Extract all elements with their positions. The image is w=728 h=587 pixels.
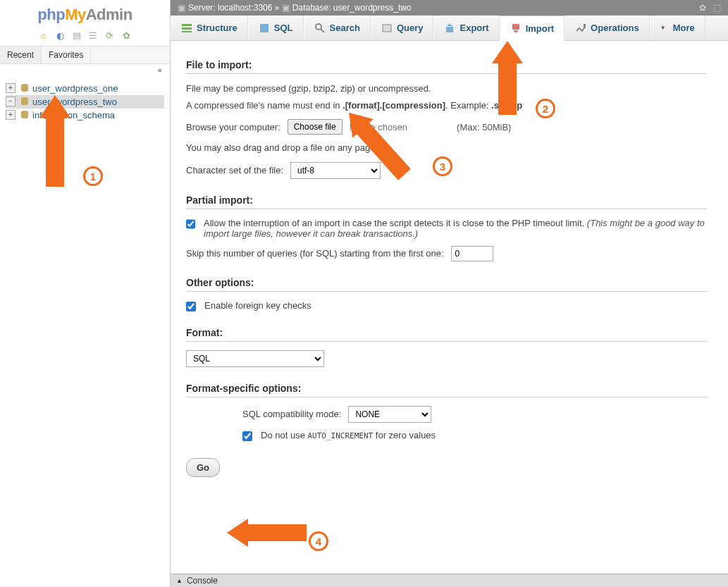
- charset-label: Character set of the file:: [186, 165, 283, 175]
- db-label: user_wordpress_one: [32, 83, 118, 94]
- import-icon: [510, 23, 522, 34]
- tab-favorites[interactable]: Favorites: [42, 47, 91, 63]
- breadcrumb-db-link[interactable]: user_wordpress_two: [333, 3, 412, 13]
- structure-icon: [181, 23, 192, 34]
- logo-part-php: php: [37, 6, 65, 23]
- docs-icon[interactable]: ▤: [71, 30, 82, 42]
- tab-search[interactable]: Search: [304, 16, 371, 40]
- gear-icon[interactable]: ✿: [121, 30, 132, 42]
- db-item-information-schema[interactable]: + information_schema: [6, 109, 164, 122]
- reload-icon[interactable]: ⟳: [104, 30, 116, 42]
- console-label: Console: [187, 576, 218, 586]
- db-item-user-wordpress-one[interactable]: + user_wordpress_one: [6, 82, 164, 95]
- sidebar: phpMyAdmin ⌂ ◐ ▤ ☰ ⟳ ✿ Recent Favorites …: [0, 0, 171, 587]
- svg-point-7: [316, 24, 321, 30]
- browse-label: Browse your computer:: [186, 122, 280, 132]
- tab-export[interactable]: Export: [433, 16, 499, 40]
- breadcrumb-sep: »: [275, 3, 280, 13]
- db-label: user_wordpress_two: [32, 97, 117, 107]
- compat-label: SQL compatibility mode:: [242, 409, 341, 419]
- server-icon: ▣: [178, 3, 185, 13]
- svg-rect-5: [182, 31, 192, 32]
- allow-interrupt-text: Allow the interruption of an import in c…: [204, 218, 707, 239]
- charset-select[interactable]: utf-8: [290, 162, 381, 179]
- expand-icon[interactable]: +: [6, 83, 16, 93]
- top-tabs: Structure SQL Search Query Export Import…: [171, 16, 728, 41]
- console-toggle-icon[interactable]: ▲: [176, 577, 183, 584]
- svg-rect-3: [182, 24, 192, 26]
- fk-checks-checkbox[interactable]: [186, 302, 196, 311]
- tab-recent[interactable]: Recent: [0, 47, 42, 63]
- settings-icon[interactable]: ☰: [87, 30, 99, 42]
- tab-import[interactable]: Import: [500, 16, 564, 41]
- expand-icon[interactable]: +: [6, 110, 16, 120]
- svg-rect-9: [383, 25, 391, 32]
- svg-line-8: [321, 29, 324, 32]
- svg-rect-10: [446, 27, 453, 32]
- compress-format-note: A compressed file's name must end in .[f…: [186, 99, 707, 112]
- home-icon[interactable]: ⌂: [37, 30, 49, 42]
- skip-label: Skip this number of queries (for SQL) st…: [186, 248, 444, 259]
- link-icon[interactable]: ⚭: [0, 64, 170, 78]
- db-item-user-wordpress-two[interactable]: − user_wordpress_two: [6, 95, 164, 109]
- max-size-text: (Max: 50MiB): [457, 122, 511, 132]
- main: ▣ Server: localhost:3306 » ▣ Database: u…: [171, 0, 728, 587]
- sidebar-icon-row: ⌂ ◐ ▤ ☰ ⟳ ✿: [0, 27, 170, 46]
- logo-part-admin: Admin: [86, 6, 132, 23]
- breadcrumb-server-label: Server:: [188, 3, 216, 13]
- database-icon: [20, 110, 30, 120]
- section-file-to-import: File to import:: [186, 59, 707, 74]
- page-settings-icon[interactable]: ✿ ⬚: [699, 3, 721, 13]
- fk-checks-label: Enable foreign key checks: [204, 300, 311, 311]
- tab-operations[interactable]: Operations: [564, 16, 650, 40]
- content: File to import: File may be compressed (…: [171, 41, 728, 587]
- svg-rect-11: [512, 24, 519, 30]
- go-button[interactable]: Go: [186, 458, 220, 477]
- no-autoincrement-checkbox[interactable]: [242, 431, 252, 441]
- db-label: information_schema: [32, 110, 115, 121]
- db-tree: + user_wordpress_one − user_wordpress_tw…: [0, 78, 170, 126]
- breadcrumb-server-link[interactable]: localhost:3306: [218, 3, 272, 13]
- export-icon: [444, 23, 455, 34]
- console-bar[interactable]: ▲ Console: [171, 574, 728, 587]
- format-select[interactable]: SQL: [186, 350, 324, 367]
- compress-note: File may be compressed (gzip, bzip2, zip…: [186, 82, 707, 95]
- query-icon: [381, 23, 393, 34]
- logo[interactable]: phpMyAdmin: [0, 0, 170, 27]
- svg-rect-12: [584, 24, 586, 28]
- sql-icon: [259, 23, 270, 34]
- database-icon: [20, 83, 30, 93]
- svg-rect-4: [182, 27, 192, 30]
- search-icon: [314, 23, 326, 34]
- section-other-options: Other options:: [186, 277, 707, 292]
- logo-part-my: My: [65, 6, 86, 23]
- tab-sql[interactable]: SQL: [248, 16, 304, 40]
- sidebar-tabs: Recent Favorites: [0, 46, 170, 64]
- section-partial-import: Partial import:: [186, 194, 707, 209]
- dragdrop-note: You may also drag and drop a file on any…: [186, 142, 707, 154]
- skip-queries-input[interactable]: [451, 246, 493, 261]
- operations-icon: [575, 23, 586, 34]
- database-icon: [20, 97, 30, 106]
- breadcrumb: ▣ Server: localhost:3306 » ▣ Database: u…: [171, 0, 728, 16]
- choose-file-button[interactable]: Choose file: [288, 119, 343, 135]
- no-autoincrement-label: Do not use auto_increment for zero value…: [261, 430, 436, 440]
- compat-select[interactable]: NONE: [348, 406, 431, 423]
- no-file-text: No file chosen: [350, 122, 407, 132]
- logout-icon[interactable]: ◐: [54, 30, 66, 42]
- breadcrumb-db-label: Database:: [292, 3, 331, 13]
- tab-query[interactable]: Query: [371, 16, 434, 40]
- section-format: Format:: [186, 327, 707, 342]
- svg-rect-6: [260, 24, 269, 32]
- tab-structure[interactable]: Structure: [171, 16, 248, 40]
- tab-more[interactable]: More: [650, 16, 705, 40]
- section-format-specific: Format-specific options:: [186, 383, 707, 397]
- database-icon: ▣: [282, 3, 290, 13]
- collapse-icon[interactable]: −: [6, 97, 16, 106]
- allow-interrupt-checkbox[interactable]: [186, 219, 195, 229]
